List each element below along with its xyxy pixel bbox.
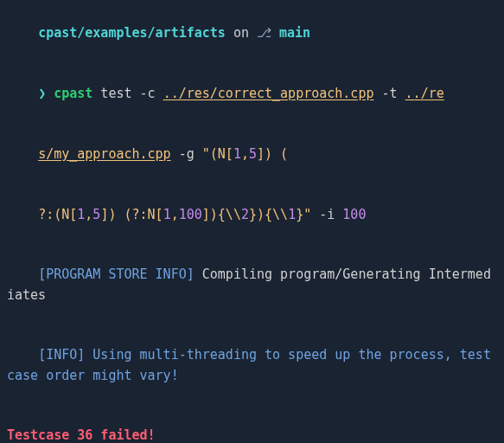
gen-3j: 2	[241, 207, 249, 222]
git-branch-name: main	[279, 25, 310, 41]
command-line-3[interactable]: ?:(N[1,5]) (?:N[1,100]){\\2}){\\1}" -i 1…	[7, 184, 497, 245]
gen-n2: 5	[249, 146, 257, 162]
terminal-output: cpast/examples/artifacts on ⎇ main ❯ cpa…	[7, 3, 497, 443]
flag-c: -c	[140, 86, 163, 101]
gen-3l: 1	[288, 207, 296, 222]
log-program-store: [PROGRAM STORE INFO] Compiling program/G…	[7, 245, 497, 325]
blank-line	[7, 406, 497, 426]
flag-t: -t	[373, 86, 405, 101]
prompt-cwd-line: cpast/examples/artifacts on ⎇ main	[7, 3, 497, 64]
cwd-path: cpast/examples/artifacts	[38, 25, 226, 41]
command-line-2[interactable]: s/my_approach.cpp -g "(N[1,5]) (	[7, 125, 497, 185]
gen-3a: ?:(N[	[38, 207, 77, 222]
gen-3m: }"	[296, 207, 311, 222]
gen-3c: ,	[85, 207, 93, 222]
prompt-symbol-icon: ❯	[38, 86, 54, 101]
gen-s1: "(N[	[202, 146, 233, 162]
iter-count: 100	[342, 207, 366, 222]
gen-s2: ,	[241, 146, 249, 162]
gen-3k: }){\\	[249, 207, 288, 222]
gen-n1: 1	[233, 146, 241, 162]
on-separator: on	[226, 25, 257, 41]
flag-i: -i	[311, 207, 342, 222]
command-line-1[interactable]: ❯ cpast test -c ../res/correct_approach.…	[7, 64, 497, 125]
executable-name: cpast	[54, 86, 93, 101]
subcommand: test	[93, 86, 139, 101]
gen-3e: ]) (?:N[	[100, 207, 163, 222]
correct-file-path: ../res/correct_approach.cpp	[163, 86, 374, 101]
test-file-path-part2: s/my_approach.cpp	[38, 146, 171, 162]
testcase-failed-headline: Testcase 36 failed!	[7, 426, 497, 443]
git-branch-icon: ⎇	[257, 25, 279, 41]
log-info: [INFO] Using multi-threading to speed up…	[7, 325, 497, 406]
gen-3i: ]){\\	[202, 207, 241, 222]
test-file-path-part1: ../re	[405, 86, 444, 101]
gen-3b: 1	[77, 207, 85, 222]
gen-s3: ]) (	[257, 146, 288, 162]
info-tag: [INFO]	[38, 347, 85, 363]
flag-g: -g	[171, 146, 202, 162]
gen-3f: 1	[163, 207, 171, 222]
gen-3g: ,	[171, 207, 179, 222]
program-store-tag: [PROGRAM STORE INFO]	[38, 266, 195, 282]
gen-3h: 100	[179, 207, 202, 222]
